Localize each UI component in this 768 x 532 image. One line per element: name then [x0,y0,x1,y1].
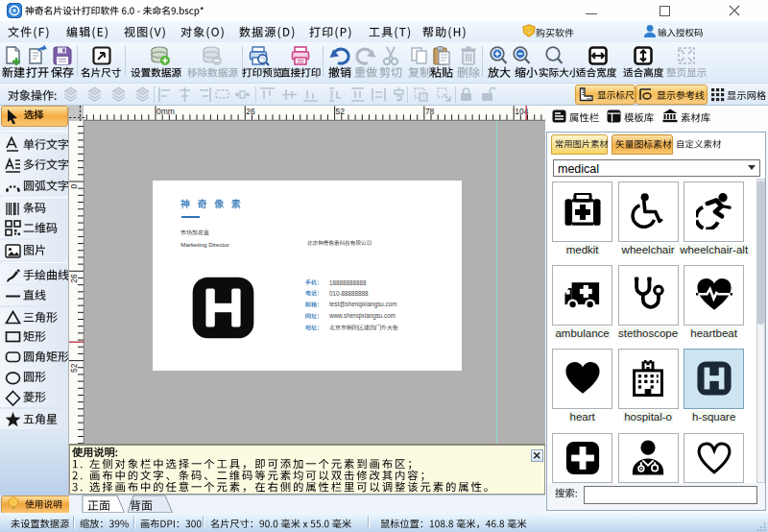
svg-text:52: 52 [335,107,345,116]
svg-text:26: 26 [69,274,79,283]
svg-text:0mm: 0mm [156,107,175,116]
svg-text:78: 78 [424,107,434,116]
svg-text:52: 52 [69,363,79,373]
svg-text:26: 26 [246,107,255,116]
svg-text:0: 0 [69,183,79,188]
